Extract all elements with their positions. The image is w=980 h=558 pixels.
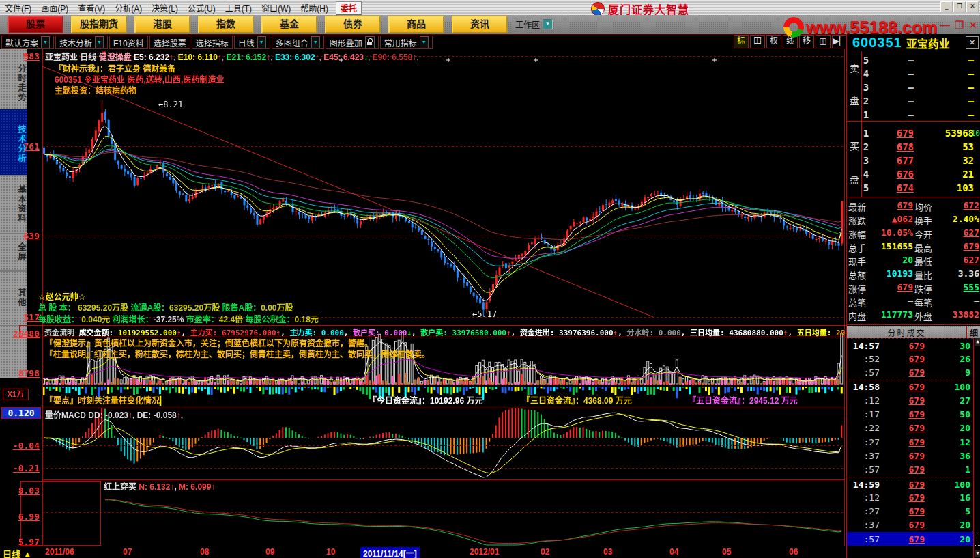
company-info-line2: 每股收益： 0.040元 利润增长：-37.25% 市盈率：42.4倍 每股公积…: [38, 313, 319, 324]
pane-splitter-icon[interactable]: ↕: [295, 326, 300, 336]
toolbar-item-选择股票[interactable]: 选择股票: [149, 36, 190, 49]
menu-item-1[interactable]: 画面(P): [36, 2, 73, 14]
child-minimize-button[interactable]: —: [940, 19, 950, 31]
stat-label: 涨幅: [848, 227, 873, 240]
dropdown-arrow-icon[interactable]: ▼: [257, 36, 266, 48]
menu-item-broker[interactable]: 委托: [336, 1, 362, 14]
stat-value: —: [939, 296, 980, 309]
tick-row-7[interactable]: :2767912: [847, 435, 973, 449]
text-cursor: ▎: [160, 396, 166, 406]
tool-icon-0[interactable]: 标: [734, 35, 749, 48]
toolbar-item-多图组合[interactable]: 多图组合▼: [272, 36, 324, 49]
nav-button-债券[interactable]: 债券: [325, 16, 381, 33]
tool-icon-5[interactable]: ◫: [816, 35, 831, 48]
dropdown-arrow-icon[interactable]: ▼: [41, 36, 50, 48]
level: 1: [861, 128, 871, 139]
tick-row-14[interactable]: :5767920: [847, 532, 973, 546]
toolbar-item-日线[interactable]: 日线▼: [234, 36, 270, 49]
dropdown-arrow-icon[interactable]: ▼: [95, 36, 104, 48]
tick-row-4[interactable]: :1267927: [847, 393, 973, 407]
tool-icon-6[interactable]: ▶▏: [832, 35, 847, 48]
nav-button-指数[interactable]: 指数: [198, 16, 254, 33]
tick-scrollbar[interactable]: ▲ ▼: [973, 338, 980, 558]
menu-item-5[interactable]: 公式(U): [183, 2, 220, 14]
level: 2: [861, 96, 871, 107]
menu-item-6[interactable]: 工具(T): [220, 2, 257, 14]
sidebar-tab-基本资料[interactable]: 基本资料: [0, 171, 27, 234]
toolbar-item-技术分析[interactable]: 技术分析▼: [55, 36, 108, 49]
macd-scale-label: 0.120: [1, 407, 41, 419]
child-restore-button[interactable]: ❐: [955, 19, 964, 31]
tick-row-5[interactable]: :1767950: [847, 408, 973, 421]
tick-row-10[interactable]: 14:59679100: [847, 477, 973, 491]
nav-button-港股[interactable]: 港股: [134, 16, 190, 33]
quote-panel: 卖盘买盘5——4——3——2——1——167953968-10267853367…: [846, 51, 980, 558]
tick-row-2[interactable]: :576799: [847, 366, 973, 380]
child-close-button[interactable]: ✕: [968, 19, 977, 31]
text-segment: -37.25%: [154, 315, 184, 324]
tick-row-0[interactable]: 14:5767930: [847, 338, 973, 352]
volume-tip1: 『健澄提示』黄色横杠以上为新资金入市，关注；倒蓝色横杠以下为原有资金撤市，警醒。: [45, 337, 373, 348]
nav-button-资讯[interactable]: 资讯: [452, 16, 508, 33]
quote-panel-close-icon[interactable]: ✕: [966, 36, 979, 49]
tick-row-8[interactable]: :3767936: [847, 449, 973, 462]
workspace-selector[interactable]: 工作区 ▼: [515, 18, 553, 30]
sell-row-3: 3——: [861, 81, 980, 94]
tick-row-6[interactable]: :2267920: [847, 421, 973, 435]
scroll-down-icon[interactable]: ▼: [975, 550, 980, 557]
toolbar-item-常用指标[interactable]: 常用指标▼: [380, 36, 433, 49]
tick-row-11[interactable]: :1267916: [847, 490, 973, 504]
toolbar-item-默认方案[interactable]: 默认方案▼: [1, 36, 54, 49]
tool-icon-2[interactable]: 权: [766, 35, 781, 48]
tool-icon-4[interactable]: 移: [799, 35, 814, 48]
stat-cell: 外盘33882: [914, 309, 980, 322]
tick-row-3[interactable]: 14:58679100: [847, 380, 973, 394]
text-segment: 分水岭: 0.000: [626, 329, 680, 337]
text-segment: ,: [181, 410, 183, 420]
menu-item-0[interactable]: 文件(F): [0, 2, 36, 14]
menu-item-3[interactable]: 分析(A): [110, 2, 147, 14]
dropdown-arrow-icon[interactable]: ▼: [420, 36, 429, 48]
tick-time: :27: [847, 437, 880, 447]
y-label--0.21: -0.21: [0, 463, 40, 473]
tick-row-12[interactable]: :276795: [847, 505, 973, 518]
text-segment: 0.18元: [294, 315, 318, 324]
moneyflow-band: 资金流明 成交金额: 101929552.000↑, 主力买: 67952976…: [19, 325, 847, 337]
toolbar-item-F10资料[interactable]: F10资料: [109, 36, 148, 49]
level: 5: [861, 55, 871, 66]
tool-icon-1[interactable]: 田: [750, 35, 765, 48]
close-button[interactable]: ✕: [966, 1, 979, 12]
five-day-flow: 『五日资金流』：2945.12 万元: [688, 394, 798, 406]
dropdown-arrow-icon[interactable]: ▼: [311, 36, 320, 48]
toolbar-item-图形叠加[interactable]: 图形叠加: [326, 36, 379, 49]
stat-cell: 换手2.40%: [914, 214, 980, 227]
nav-button-股指期货[interactable]: 股指期货: [71, 16, 127, 33]
tick-mode-toggle[interactable]: 细: [966, 326, 980, 338]
tick-row-9[interactable]: :576791: [847, 463, 973, 477]
scroll-thumb[interactable]: [975, 535, 980, 546]
tick-price: 679: [880, 492, 925, 503]
text-segment: E5: 6.232: [134, 53, 169, 62]
time-label-2011/06: 2011/06: [45, 547, 74, 557]
menu-item-2[interactable]: 查看(V): [73, 2, 110, 14]
toolbar-item-选择指标[interactable]: 选择指标: [192, 36, 233, 49]
nav-buttons: 股票股指期货港股指数基金债券商品资讯: [0, 16, 508, 33]
panel-divider-2: [847, 324, 980, 325]
nav-button-股票[interactable]: 股票: [8, 16, 63, 33]
restore-button[interactable]: ❐: [953, 1, 966, 12]
period-cell[interactable]: 日线 ▲: [3, 547, 32, 558]
scroll-up-icon[interactable]: ▲: [975, 338, 980, 346]
menu-item-4[interactable]: 决策(L): [147, 2, 183, 14]
tick-time: 14:58: [847, 382, 880, 392]
menu-item-8[interactable]: 帮助(H): [296, 2, 333, 14]
nav-button-商品[interactable]: 商品: [388, 16, 444, 33]
tick-row-1[interactable]: :5267926: [847, 352, 973, 365]
minimize-button[interactable]: _: [940, 1, 953, 12]
stat-row-0: 最新679均价672: [848, 199, 980, 213]
workspace-dropdown-icon[interactable]: ▼: [543, 19, 553, 29]
menu-item-7[interactable]: 窗口(W): [257, 2, 296, 14]
nav-button-基金[interactable]: 基金: [261, 16, 317, 33]
tick-row-13[interactable]: :3767920: [847, 518, 973, 532]
lock-icon[interactable]: [365, 36, 375, 48]
tool-icon-3[interactable]: 线: [783, 35, 798, 48]
